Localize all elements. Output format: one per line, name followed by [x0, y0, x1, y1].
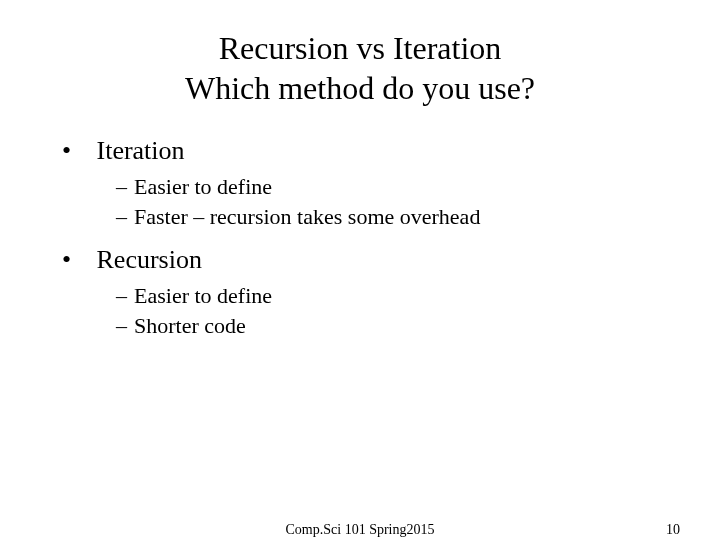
- title-line-2: Which method do you use?: [185, 70, 535, 106]
- sub-list-item-label: Faster – recursion takes some overhead: [134, 204, 480, 229]
- sub-list-item-label: Easier to define: [134, 174, 272, 199]
- slide: Recursion vs Iteration Which method do y…: [0, 0, 720, 540]
- sub-list: Easier to define Shorter code: [60, 281, 660, 340]
- footer-course: Comp.Sci 101 Spring2015: [286, 522, 435, 538]
- sub-list-item: Easier to define: [116, 281, 660, 311]
- sub-list: Easier to define Faster – recursion take…: [60, 172, 660, 231]
- sub-list-item-label: Shorter code: [134, 313, 246, 338]
- sub-list-item: Easier to define: [116, 172, 660, 202]
- slide-title: Recursion vs Iteration Which method do y…: [60, 28, 660, 108]
- list-item: Iteration Easier to define Faster – recu…: [60, 136, 660, 231]
- list-item: Recursion Easier to define Shorter code: [60, 245, 660, 340]
- footer-page-number: 10: [666, 522, 680, 538]
- sub-list-item-label: Easier to define: [134, 283, 272, 308]
- sub-list-item: Faster – recursion takes some overhead: [116, 202, 660, 232]
- list-item-label: Iteration: [97, 136, 185, 165]
- sub-list-item: Shorter code: [116, 311, 660, 341]
- bullet-list: Iteration Easier to define Faster – recu…: [60, 136, 660, 341]
- title-line-1: Recursion vs Iteration: [219, 30, 502, 66]
- slide-content: Iteration Easier to define Faster – recu…: [60, 136, 660, 341]
- list-item-label: Recursion: [97, 245, 202, 274]
